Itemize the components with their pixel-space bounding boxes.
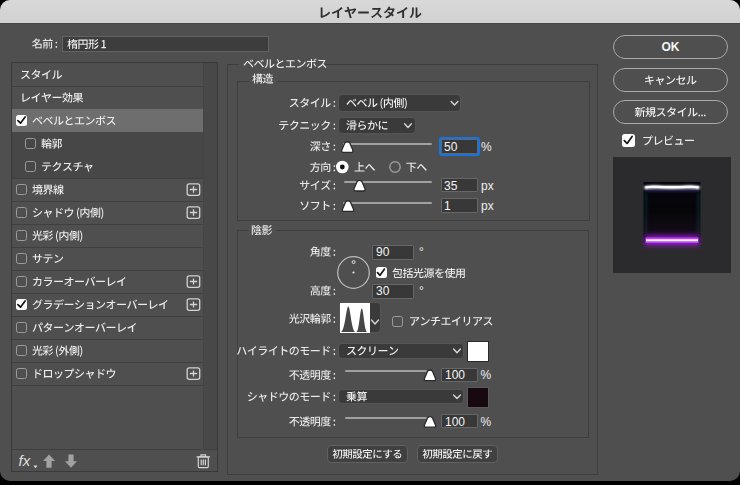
svg-text:1: 1 bbox=[444, 199, 451, 213]
svg-text:OK: OK bbox=[662, 40, 680, 54]
svg-text:°: ° bbox=[419, 284, 424, 298]
svg-text:%: % bbox=[481, 368, 492, 382]
svg-text:90: 90 bbox=[376, 245, 390, 259]
svg-text:px: px bbox=[481, 199, 494, 213]
svg-text:%: % bbox=[481, 140, 492, 154]
svg-text:px: px bbox=[481, 179, 494, 193]
svg-text:30: 30 bbox=[376, 284, 390, 298]
svg-text:100: 100 bbox=[445, 415, 465, 429]
svg-text:50: 50 bbox=[444, 140, 458, 154]
svg-text:%: % bbox=[481, 415, 492, 429]
svg-text:fx: fx bbox=[19, 452, 31, 469]
svg-text:100: 100 bbox=[445, 368, 465, 382]
svg-text:°: ° bbox=[419, 245, 424, 259]
svg-text:35: 35 bbox=[444, 179, 458, 193]
